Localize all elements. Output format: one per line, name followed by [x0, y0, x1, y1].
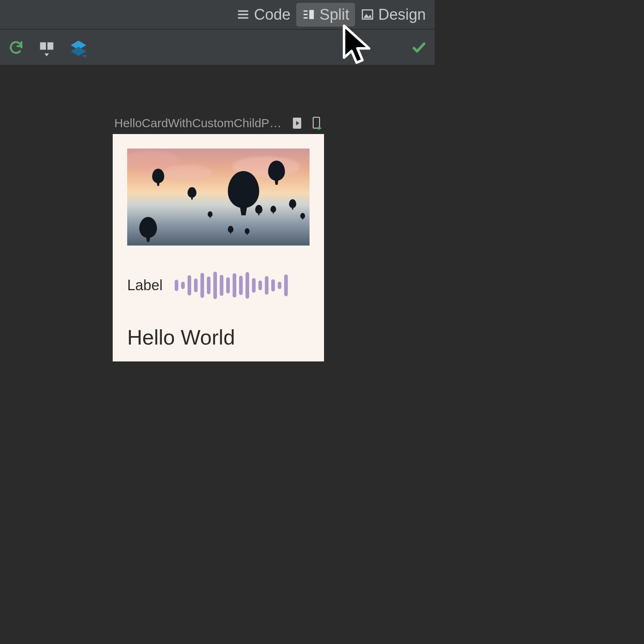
waveform-bar [194, 279, 198, 292]
waveform-bar [265, 276, 268, 295]
waveform-bar [278, 282, 281, 289]
card-label-row: Label [127, 271, 310, 299]
svg-marker-13 [71, 47, 86, 56]
waveform-bar [200, 273, 204, 298]
tab-code-label: Code [254, 6, 291, 23]
svg-rect-6 [309, 10, 314, 19]
refresh-button[interactable] [8, 39, 24, 56]
tab-design-label: Design [378, 6, 426, 23]
interactive-preview-icon[interactable] [291, 117, 303, 130]
preview-card: Label Hello World [113, 134, 324, 361]
tab-split-label: Split [320, 6, 349, 23]
svg-rect-9 [40, 42, 46, 50]
waveform-bar [207, 277, 211, 294]
split-view-icon [302, 8, 316, 21]
deploy-preview-icon[interactable] [311, 116, 322, 130]
waveform-bar [181, 282, 185, 289]
card-title: Hello World [127, 325, 310, 349]
image-icon [361, 8, 374, 21]
waveform-bar [233, 273, 236, 297]
svg-marker-11 [45, 53, 49, 56]
waveform-bar [220, 275, 223, 296]
waveform-graphic [175, 271, 288, 299]
waveform-bar [271, 279, 275, 291]
waveform-bar [246, 272, 249, 299]
svg-marker-8 [363, 14, 372, 18]
svg-rect-10 [47, 42, 54, 50]
tab-split[interactable]: Split [296, 3, 355, 27]
tab-design[interactable]: Design [355, 3, 431, 27]
design-canvas[interactable]: HelloCardWithCustomChildPrev... [0, 66, 435, 435]
waveform-bar [188, 275, 191, 295]
hamburger-icon [236, 8, 250, 21]
waveform-bar [258, 281, 262, 290]
design-toolbar [0, 30, 435, 65]
svg-marker-14 [83, 55, 87, 57]
preview-title: HelloCardWithCustomChildPrev... [114, 116, 283, 130]
card-label: Label [127, 277, 163, 294]
tab-code[interactable]: Code [231, 3, 296, 27]
svg-rect-16 [313, 117, 320, 128]
waveform-bar [226, 277, 230, 293]
build-success-icon[interactable] [411, 40, 427, 55]
waveform-bar [213, 272, 217, 299]
waveform-bar [284, 275, 288, 296]
preview-header: HelloCardWithCustomChildPrev... [114, 116, 322, 130]
card-image [127, 149, 310, 246]
layers-button[interactable] [69, 38, 88, 57]
waveform-bar [252, 278, 256, 293]
view-mode-tabs: Code Split Design [0, 0, 435, 30]
waveform-bar [175, 280, 178, 291]
surface-selector-button[interactable] [38, 39, 56, 56]
waveform-bar [239, 276, 243, 295]
